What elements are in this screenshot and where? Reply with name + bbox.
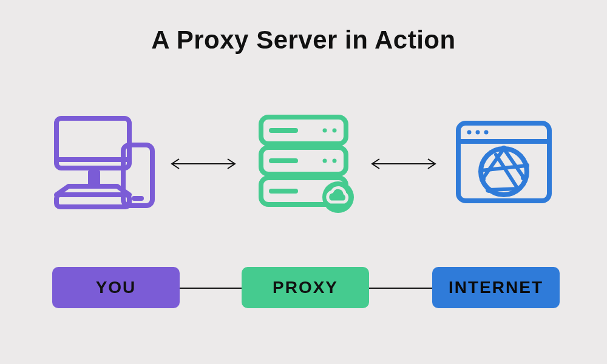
- svg-point-22: [476, 130, 480, 135]
- svg-point-13: [323, 129, 327, 133]
- svg-point-32: [521, 175, 527, 181]
- internet-label-box: INTERNET: [432, 267, 560, 308]
- double-arrow-icon: [167, 155, 240, 173]
- desktop-and-phone-icon: [46, 112, 161, 215]
- svg-point-16: [333, 159, 337, 163]
- svg-point-23: [484, 130, 489, 135]
- cloud-icon: [322, 181, 354, 213]
- server-icon: [246, 112, 361, 215]
- proxy-label-box: PROXY: [242, 267, 369, 308]
- svg-point-30: [501, 146, 507, 152]
- labels-row: YOU PROXY INTERNET: [0, 267, 607, 309]
- svg-point-35: [523, 163, 529, 169]
- browser-globe-icon: [446, 112, 561, 215]
- svg-point-34: [515, 186, 521, 192]
- internet-icon-cell: [440, 112, 568, 215]
- connector-proxy-internet: [367, 288, 435, 289]
- svg-point-15: [323, 159, 327, 163]
- svg-point-21: [467, 130, 472, 135]
- you-label-box: YOU: [52, 267, 180, 308]
- diagram-canvas: A Proxy Server in Action: [0, 0, 607, 364]
- arrow-proxy-internet: [367, 155, 440, 173]
- icons-row: [0, 112, 607, 215]
- svg-point-14: [333, 129, 337, 133]
- proxy-icon-cell: [240, 112, 367, 215]
- arrow-you-proxy: [167, 155, 240, 173]
- double-arrow-icon: [367, 155, 440, 173]
- diagram-title: A Proxy Server in Action: [0, 25, 607, 55]
- svg-line-28: [489, 189, 519, 190]
- you-icon-cell: [39, 112, 167, 215]
- svg-point-31: [480, 176, 486, 182]
- connector-you-proxy: [176, 288, 244, 289]
- svg-line-29: [496, 155, 518, 189]
- svg-point-33: [486, 187, 492, 193]
